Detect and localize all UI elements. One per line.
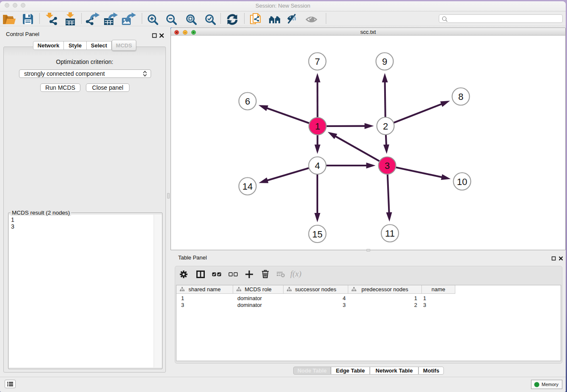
- svg-text:9: 9: [382, 56, 387, 67]
- svg-text:14: 14: [242, 181, 253, 192]
- svg-text:4: 4: [315, 160, 320, 171]
- svg-text:8: 8: [458, 91, 463, 102]
- svg-text:10: 10: [457, 177, 467, 187]
- svg-text:1: 1: [315, 121, 320, 132]
- svg-text:7: 7: [315, 56, 320, 67]
- svg-text:15: 15: [312, 229, 322, 240]
- svg-text:3: 3: [385, 160, 390, 171]
- svg-text:f(x): f(x): [290, 270, 301, 279]
- svg-text:6: 6: [245, 96, 250, 107]
- svg-text:11: 11: [385, 228, 395, 239]
- svg-text:2: 2: [383, 121, 388, 132]
